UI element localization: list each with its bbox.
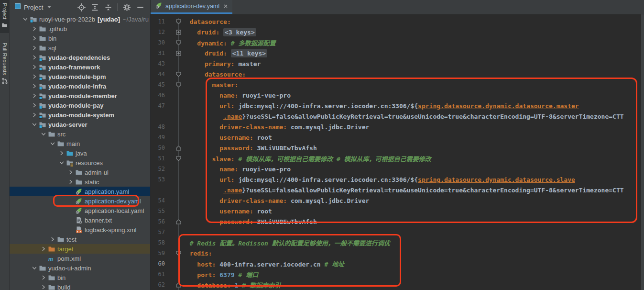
code-line-wrap: .name}?useSSL=false&allowPublicKeyRetrie… xyxy=(151,111,641,122)
tree-item-banner-txt[interactable]: banner.txt xyxy=(10,215,150,225)
fold-marker-collapse-icon[interactable] xyxy=(165,251,182,256)
chevron-right-icon[interactable] xyxy=(39,284,48,290)
chevron-right-icon[interactable] xyxy=(57,150,66,156)
tree-item-admin-ui[interactable]: admin-ui xyxy=(10,167,150,177)
chevron-right-icon[interactable] xyxy=(39,245,48,252)
tree-item-bin[interactable]: bin xyxy=(10,273,150,282)
chevron-down-icon[interactable] xyxy=(48,140,57,147)
chevron-down-icon[interactable] xyxy=(57,159,66,166)
tree-item-src[interactable]: src xyxy=(10,129,150,139)
code-text: name: ruoyi-vue-pro xyxy=(182,92,291,99)
fold-marker-collapse-icon[interactable] xyxy=(165,156,182,161)
code-line-57: 57 xyxy=(151,227,641,237)
yaml-reference-link[interactable]: .name xyxy=(223,113,242,120)
code-line-11: 11 datasource: xyxy=(151,16,641,27)
chevron-right-icon[interactable] xyxy=(30,25,39,32)
tree-item-yudao-framework[interactable]: yudao-framework xyxy=(10,62,150,72)
module-folder-icon xyxy=(39,121,47,128)
tree-item-yudao-dependencies[interactable]: yudao-dependencies xyxy=(10,53,150,62)
tree-item-application-dev-yaml[interactable]: application-dev.yaml xyxy=(10,196,150,206)
tab-application-dev-yaml[interactable]: application-dev.yaml xyxy=(151,0,232,14)
chevron-right-icon[interactable] xyxy=(30,112,39,118)
tool-button-pull-requests[interactable]: Pull Requests xyxy=(0,40,9,89)
fold-marker-collapse-icon[interactable] xyxy=(165,72,182,77)
chevron-down-icon[interactable] xyxy=(30,265,39,271)
tree-item-target[interactable]: target xyxy=(10,244,150,254)
tree-item-java[interactable]: java xyxy=(10,148,150,158)
tree-item-yudao-ui-admin[interactable]: yudao-ui-admin xyxy=(10,263,150,273)
tree-item-yudao-module-member[interactable]: yudao-module-member xyxy=(10,91,150,100)
code-line-wrap: .name}?useSSL=false&allowPublicKeyRetrie… xyxy=(151,185,641,195)
editor-scrollbar[interactable] xyxy=(641,14,644,290)
tree-item-resources[interactable]: resources xyxy=(10,158,150,167)
yaml-reference-link[interactable]: .name xyxy=(223,187,242,194)
tree-item-ruoyi-vue-pro-2022b[interactable]: ruoyi-vue-pro-2022b[yudao]~/Java/ru xyxy=(10,14,150,24)
fold-marker-collapse-icon[interactable] xyxy=(165,82,182,88)
tree-item-test[interactable]: test xyxy=(10,234,150,244)
tool-window-icon xyxy=(14,3,21,11)
chevron-right-icon[interactable] xyxy=(30,83,39,89)
chevron-right-icon[interactable] xyxy=(30,45,39,51)
tool-button-project[interactable]: Project xyxy=(0,0,9,33)
chevron-right-icon[interactable] xyxy=(30,35,39,42)
hide-panel-icon[interactable] xyxy=(135,2,145,12)
fold-marker-collapse-icon[interactable] xyxy=(165,282,182,288)
chevron-right-icon[interactable] xyxy=(39,274,48,281)
close-icon[interactable] xyxy=(223,4,228,9)
tree-item-static[interactable]: static xyxy=(10,177,150,187)
chevron-right-icon[interactable] xyxy=(66,169,75,176)
yaml-reference-link[interactable]: spring.datasource.dynamic.datasource.mas… xyxy=(418,102,579,110)
yaml-reference-link[interactable]: spring.datasource.dynamic.datasource.sla… xyxy=(418,176,575,183)
tree-item-label: yudao-dependencies xyxy=(47,54,110,61)
project-panel-title[interactable]: Project xyxy=(24,4,43,11)
tree-item-build[interactable]: build xyxy=(10,282,150,290)
locate-icon[interactable] xyxy=(76,2,87,12)
chevron-right-icon[interactable] xyxy=(30,102,39,109)
tree-item-yudao-module-bpm[interactable]: yudao-module-bpm xyxy=(10,72,150,81)
chevron-right-icon[interactable] xyxy=(48,236,57,243)
fold-marker-collapse-icon[interactable] xyxy=(165,40,182,45)
tree-item-yudao-module-system[interactable]: yudao-module-system xyxy=(10,110,150,120)
chevron-right-icon[interactable] xyxy=(30,64,39,70)
code-line-62: 62 database: 1 # 数据库索引 xyxy=(151,279,641,290)
line-number: 11 xyxy=(151,18,165,25)
tree-item-label: yudao-module-infra xyxy=(47,83,106,90)
tree-item-label: banner.txt xyxy=(84,217,112,224)
tree-item--github[interactable]: .github xyxy=(10,24,150,33)
chevron-down-icon[interactable] xyxy=(30,121,39,128)
tree-item-yudao-module-infra[interactable]: yudao-module-infra xyxy=(10,81,150,91)
fold-marker-collapse-icon[interactable] xyxy=(165,219,182,224)
tree-item-label: logback-spring.xml xyxy=(84,226,136,234)
fold-marker-collapse-icon[interactable] xyxy=(165,19,182,24)
tree-item-label: yudao-module-pay xyxy=(47,102,104,109)
collapse-all-icon[interactable] xyxy=(103,2,113,12)
fold-marker-expand-icon[interactable] xyxy=(165,30,182,35)
tree-item-yudao-module-pay[interactable]: yudao-module-pay xyxy=(10,100,150,110)
code-line-47: 47 url: jdbc:mysql://400-infra.server.io… xyxy=(151,100,641,111)
tree-item-bin[interactable]: bin xyxy=(10,33,150,43)
settings-gear-icon[interactable] xyxy=(121,2,132,12)
tree-item-application-yaml[interactable]: application.yaml xyxy=(10,187,150,196)
folded-region[interactable]: <11 keys> xyxy=(231,49,267,57)
chevron-right-icon[interactable] xyxy=(30,54,39,61)
tree-item-application-local-yaml[interactable]: application-local.yaml xyxy=(10,206,150,215)
tree-item-pom-xml[interactable]: mpom.xml xyxy=(10,254,150,263)
tree-item-yudao-server[interactable]: yudao-server xyxy=(10,120,150,129)
chevron-right-icon[interactable] xyxy=(30,92,39,99)
project-panel: Project ruoyi-vue-pro-2022b[yudao]~/Java… xyxy=(10,0,151,290)
tree-item-sql[interactable]: sql xyxy=(10,43,150,53)
fold-marker-expand-icon[interactable] xyxy=(165,51,182,56)
tree-item-main[interactable]: main xyxy=(10,139,150,148)
fold-marker-collapse-icon[interactable] xyxy=(165,145,182,151)
chevron-down-icon[interactable] xyxy=(47,3,52,11)
tree-item-label: yudao-ui-admin xyxy=(47,265,91,272)
expand-all-icon[interactable] xyxy=(89,2,100,12)
chevron-right-icon[interactable] xyxy=(30,73,39,80)
chevron-down-icon[interactable] xyxy=(21,16,30,22)
code-text: druid: <11 keys> xyxy=(182,50,267,57)
tree-item-logback-spring-xml[interactable]: logback-spring.xml xyxy=(10,225,150,234)
folded-region[interactable]: <3 keys> xyxy=(223,28,256,36)
chevron-right-icon[interactable] xyxy=(66,178,75,185)
code-line-60: 60 host: 400-infra.server.iocoder.cn # 地… xyxy=(151,258,641,269)
chevron-down-icon[interactable] xyxy=(39,131,48,137)
